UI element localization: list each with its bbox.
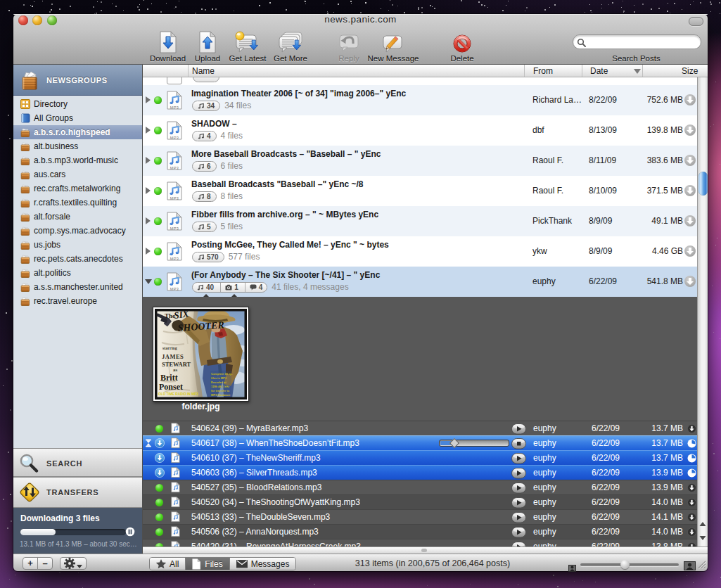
svg-text:as: as	[173, 367, 178, 373]
svg-text:128k 44.1 kHz: 128k 44.1 kHz	[211, 385, 229, 388]
svg-text:MP3: MP3	[170, 106, 179, 110]
svg-text:MP3: MP3	[170, 136, 179, 140]
svg-text:for transfer to: for transfer to	[211, 389, 230, 392]
svg-text:OLD TIME RADIO IN MP3: OLD TIME RADIO IN MP3	[158, 392, 198, 396]
svg-text:starring: starring	[162, 346, 177, 350]
svg-text:files in MP3: files in MP3	[211, 376, 227, 380]
svg-text:JAMES: JAMES	[162, 353, 184, 360]
svg-text:MP3: MP3	[170, 287, 179, 291]
svg-text:Ponset: Ponset	[159, 382, 183, 392]
svg-text:Complete 39 ep.: Complete 39 ep.	[211, 372, 233, 376]
svg-text:MP3: MP3	[170, 226, 179, 231]
svg-text:MP3: MP3	[170, 257, 179, 261]
svg-text:MP3: MP3	[170, 196, 179, 200]
svg-text:Britt: Britt	[160, 373, 178, 383]
svg-text:MP3 Hardware: MP3 Hardware	[211, 393, 231, 397]
svg-text:Encoded at: Encoded at	[211, 381, 226, 384]
svg-text:MP3: MP3	[170, 166, 179, 170]
